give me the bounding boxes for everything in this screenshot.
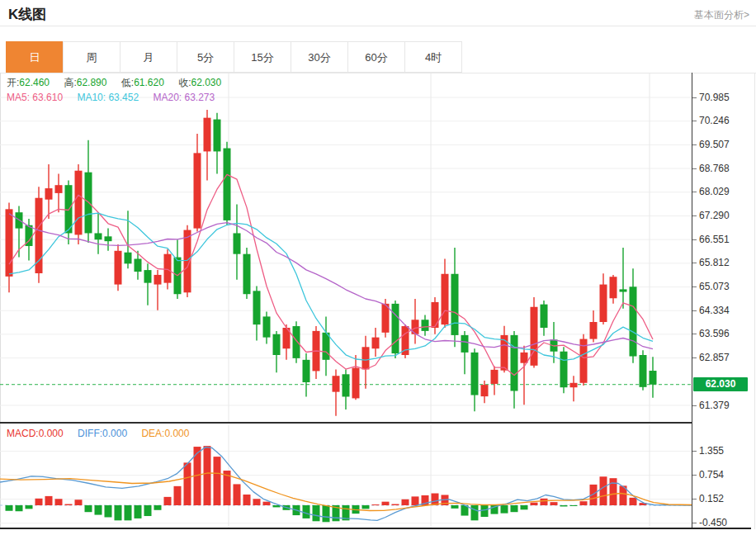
fundamental-analysis-link[interactable]: 基本面分析>: [694, 8, 749, 22]
low-label: 低:: [121, 77, 134, 88]
price-tick-label: 68.029: [699, 186, 730, 197]
tick-mark: [692, 499, 697, 499]
tab-日[interactable]: 日: [6, 41, 64, 73]
chart-bottom-axis: [0, 528, 751, 529]
price-tick-label: 63.596: [699, 328, 730, 339]
close-value: 62.030: [191, 77, 222, 88]
tick-mark: [692, 144, 697, 145]
ma-legend: MA5: 63.610 MA10: 63.452 MA20: 63.273: [7, 91, 226, 104]
tab-30分[interactable]: 30分: [291, 41, 348, 73]
open-label: 开:: [7, 77, 19, 88]
tick-mark: [692, 334, 697, 334]
tick-mark: [692, 451, 697, 452]
tab-周[interactable]: 周: [63, 41, 120, 73]
low-value: 61.620: [134, 77, 164, 88]
price-tick-label: 70.985: [699, 92, 730, 103]
tab-4时[interactable]: 4时: [404, 41, 462, 73]
macd-legend: MACD:0.000 DIFF:0.000 DEA:0.000: [7, 427, 201, 440]
tick-mark: [692, 215, 697, 216]
close-label: 收:: [178, 77, 191, 88]
kline-chart[interactable]: [0, 73, 692, 423]
tick-mark: [692, 192, 697, 192]
ohlc-legend: 开:62.460 高:62.890 低:61.620 收:62.030: [7, 76, 233, 89]
macd-chart[interactable]: [0, 425, 692, 529]
tick-mark: [692, 405, 697, 406]
tick-mark: [692, 97, 697, 98]
page-title: K线图: [8, 5, 46, 24]
price-tick-label: 64.334: [699, 305, 730, 316]
open-value: 62.460: [19, 77, 50, 88]
axis-line: [692, 73, 692, 528]
price-tick-label: 61.379: [699, 400, 730, 411]
tick-mark: [692, 475, 697, 476]
tick-mark: [692, 239, 697, 240]
ma5-legend-item: MA5: 63.610: [7, 92, 63, 103]
tick-mark: [692, 357, 697, 358]
tick-mark: [692, 523, 697, 523]
macd-tick-label: -0.450: [699, 517, 727, 528]
tick-mark: [692, 263, 697, 263]
high-value: 62.890: [77, 77, 107, 88]
price-tick-label: 65.073: [699, 281, 730, 292]
tick-mark: [692, 168, 697, 169]
high-label: 高:: [64, 77, 76, 88]
macd-legend-item: MACD:0.000: [7, 428, 64, 439]
macd-tick-label: 0.152: [699, 493, 724, 504]
tick-mark: [692, 286, 697, 287]
price-axis: 62.030 70.98570.24669.50768.76868.02967.…: [692, 73, 756, 529]
dea-legend-item: DEA:0.000: [141, 428, 189, 439]
tab-5分[interactable]: 5分: [177, 41, 234, 73]
price-tick-label: 66.551: [699, 234, 730, 245]
macd-tick-label: 0.754: [699, 469, 724, 481]
ma10-legend-item: MA10: 63.452: [77, 92, 139, 103]
macd-tick-label: 1.355: [699, 445, 724, 457]
period-tabbar: 日周月5分15分30分60分4时: [7, 41, 462, 73]
header-divider: [0, 26, 756, 26]
tab-15分[interactable]: 15分: [234, 41, 291, 73]
price-tick-label: 69.507: [699, 139, 730, 150]
price-tick-label: 62.857: [699, 352, 730, 363]
price-tick-label: 65.812: [699, 257, 730, 268]
tick-mark: [692, 310, 697, 311]
price-tick-label: 68.768: [699, 163, 730, 174]
tab-60分[interactable]: 60分: [347, 41, 405, 73]
tab-月[interactable]: 月: [120, 41, 177, 73]
ma20-legend-item: MA20: 63.273: [153, 92, 215, 103]
price-tick-label: 70.246: [699, 115, 730, 126]
panel-separator: [0, 422, 692, 424]
tick-mark: [692, 121, 697, 121]
price-tick-label: 67.290: [699, 210, 730, 221]
diff-legend-item: DIFF:0.000: [78, 428, 127, 439]
current-price-tag: 62.030: [693, 377, 748, 391]
kline-page: K线图 基本面分析> 日周月5分15分30分60分4时 开:62.460 高:6…: [0, 0, 756, 535]
